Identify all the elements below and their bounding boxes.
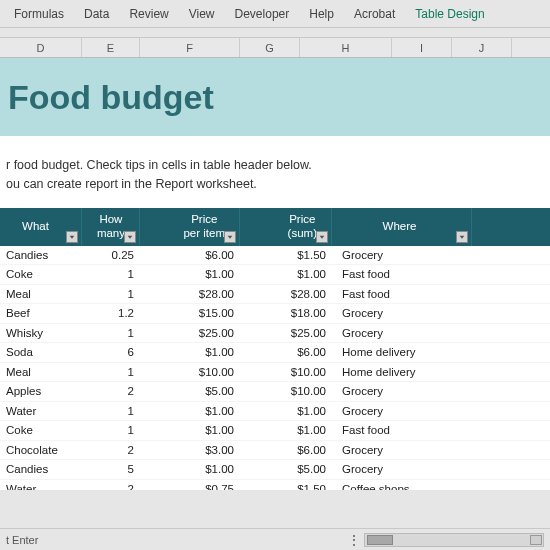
col-header-i[interactable]: I: [392, 38, 452, 57]
cell-price-per-item[interactable]: $5.00: [140, 382, 240, 401]
cell-what[interactable]: Water: [0, 480, 82, 491]
cell-what[interactable]: Meal: [0, 285, 82, 304]
cell-how-many[interactable]: 5: [82, 460, 140, 479]
cell-what[interactable]: Whisky: [0, 324, 82, 343]
scrollbar-thumb[interactable]: [367, 535, 393, 545]
cell-price-per-item[interactable]: $25.00: [140, 324, 240, 343]
th-where[interactable]: Where: [332, 208, 472, 246]
cell-how-many[interactable]: 2: [82, 480, 140, 491]
table-row[interactable]: Whisky1$25.00$25.00Grocery: [0, 324, 550, 344]
cell-what[interactable]: Beef: [0, 304, 82, 323]
cell-what[interactable]: Meal: [0, 363, 82, 382]
cell-what[interactable]: Apples: [0, 382, 82, 401]
cell-how-many[interactable]: 1: [82, 363, 140, 382]
cell-price-sum[interactable]: $10.00: [240, 363, 332, 382]
cell-price-sum[interactable]: $1.00: [240, 421, 332, 440]
cell-what[interactable]: Coke: [0, 421, 82, 440]
cell-price-per-item[interactable]: $1.00: [140, 402, 240, 421]
col-header-f[interactable]: F: [140, 38, 240, 57]
filter-dropdown-icon[interactable]: [124, 231, 136, 243]
cell-where[interactable]: Grocery: [332, 460, 472, 479]
cell-where[interactable]: Fast food: [332, 285, 472, 304]
tab-table-design[interactable]: Table Design: [405, 3, 494, 25]
cell-how-many[interactable]: 1: [82, 421, 140, 440]
tab-view[interactable]: View: [179, 3, 225, 25]
cell-price-sum[interactable]: $25.00: [240, 324, 332, 343]
cell-where[interactable]: Home delivery: [332, 363, 472, 382]
cell-how-many[interactable]: 1: [82, 265, 140, 284]
table-row[interactable]: Candies5$1.00$5.00Grocery: [0, 460, 550, 480]
cell-what[interactable]: Coke: [0, 265, 82, 284]
table-row[interactable]: Meal1$10.00$10.00Home delivery: [0, 363, 550, 383]
table-row[interactable]: Beef1.2$15.00$18.00Grocery: [0, 304, 550, 324]
table-row[interactable]: Candies0.25$6.00$1.50Grocery: [0, 246, 550, 266]
cell-price-per-item[interactable]: $15.00: [140, 304, 240, 323]
cell-what[interactable]: Candies: [0, 460, 82, 479]
cell-where[interactable]: Grocery: [332, 441, 472, 460]
tab-developer[interactable]: Developer: [225, 3, 300, 25]
cell-what[interactable]: Candies: [0, 246, 82, 265]
cell-how-many[interactable]: 6: [82, 343, 140, 362]
cell-where[interactable]: Fast food: [332, 265, 472, 284]
col-header-d[interactable]: D: [0, 38, 82, 57]
table-row[interactable]: Water2$0.75$1.50Coffee shops: [0, 480, 550, 491]
filter-dropdown-icon[interactable]: [316, 231, 328, 243]
cell-price-sum[interactable]: $1.00: [240, 265, 332, 284]
tab-formulas[interactable]: Formulas: [4, 3, 74, 25]
cell-where[interactable]: Grocery: [332, 304, 472, 323]
cell-where[interactable]: Grocery: [332, 382, 472, 401]
cell-how-many[interactable]: 1: [82, 285, 140, 304]
th-price-sum[interactable]: Price (sum): [240, 208, 332, 246]
cell-price-per-item[interactable]: $1.00: [140, 265, 240, 284]
cell-price-per-item[interactable]: $1.00: [140, 460, 240, 479]
cell-how-many[interactable]: 1: [82, 324, 140, 343]
table-row[interactable]: Chocolate2$3.00$6.00Grocery: [0, 441, 550, 461]
cell-price-sum[interactable]: $10.00: [240, 382, 332, 401]
cell-what[interactable]: Soda: [0, 343, 82, 362]
th-how-many[interactable]: How many: [82, 208, 140, 246]
col-header-h[interactable]: H: [300, 38, 392, 57]
table-row[interactable]: Soda6$1.00$6.00Home delivery: [0, 343, 550, 363]
cell-where[interactable]: Grocery: [332, 246, 472, 265]
cell-what[interactable]: Water: [0, 402, 82, 421]
filter-dropdown-icon[interactable]: [66, 231, 78, 243]
cell-how-many[interactable]: 2: [82, 382, 140, 401]
cell-where[interactable]: Coffee shops: [332, 480, 472, 491]
col-header-e[interactable]: E: [82, 38, 140, 57]
cell-where[interactable]: Grocery: [332, 324, 472, 343]
table-row[interactable]: Coke1$1.00$1.00Fast food: [0, 421, 550, 441]
col-header-g[interactable]: G: [240, 38, 300, 57]
cell-price-sum[interactable]: $6.00: [240, 343, 332, 362]
cell-how-many[interactable]: 1: [82, 402, 140, 421]
worksheet[interactable]: Food budget r food budget. Check tips in…: [0, 58, 550, 490]
cell-how-many[interactable]: 2: [82, 441, 140, 460]
tab-review[interactable]: Review: [119, 3, 178, 25]
cell-where[interactable]: Fast food: [332, 421, 472, 440]
scrollbar-arrow-right-icon[interactable]: [530, 535, 542, 545]
cell-what[interactable]: Chocolate: [0, 441, 82, 460]
cell-price-sum[interactable]: $1.50: [240, 480, 332, 491]
cell-where[interactable]: Home delivery: [332, 343, 472, 362]
tab-acrobat[interactable]: Acrobat: [344, 3, 405, 25]
table-row[interactable]: Water1$1.00$1.00Grocery: [0, 402, 550, 422]
tab-data[interactable]: Data: [74, 3, 119, 25]
cell-price-per-item[interactable]: $10.00: [140, 363, 240, 382]
cell-price-per-item[interactable]: $1.00: [140, 421, 240, 440]
cell-price-per-item[interactable]: $0.75: [140, 480, 240, 491]
cell-price-sum[interactable]: $1.00: [240, 402, 332, 421]
cell-price-per-item[interactable]: $1.00: [140, 343, 240, 362]
filter-dropdown-icon[interactable]: [224, 231, 236, 243]
cell-price-per-item[interactable]: $6.00: [140, 246, 240, 265]
cell-price-per-item[interactable]: $28.00: [140, 285, 240, 304]
table-row[interactable]: Coke1$1.00$1.00Fast food: [0, 265, 550, 285]
th-price-per-item[interactable]: Price per item: [140, 208, 240, 246]
cell-price-sum[interactable]: $5.00: [240, 460, 332, 479]
filter-dropdown-icon[interactable]: [456, 231, 468, 243]
cell-price-sum[interactable]: $6.00: [240, 441, 332, 460]
cell-price-sum[interactable]: $1.50: [240, 246, 332, 265]
th-what[interactable]: What: [0, 208, 82, 246]
cell-how-many[interactable]: 0.25: [82, 246, 140, 265]
col-header-j[interactable]: J: [452, 38, 512, 57]
table-row[interactable]: Apples2$5.00$10.00Grocery: [0, 382, 550, 402]
horizontal-scrollbar[interactable]: [364, 533, 544, 547]
